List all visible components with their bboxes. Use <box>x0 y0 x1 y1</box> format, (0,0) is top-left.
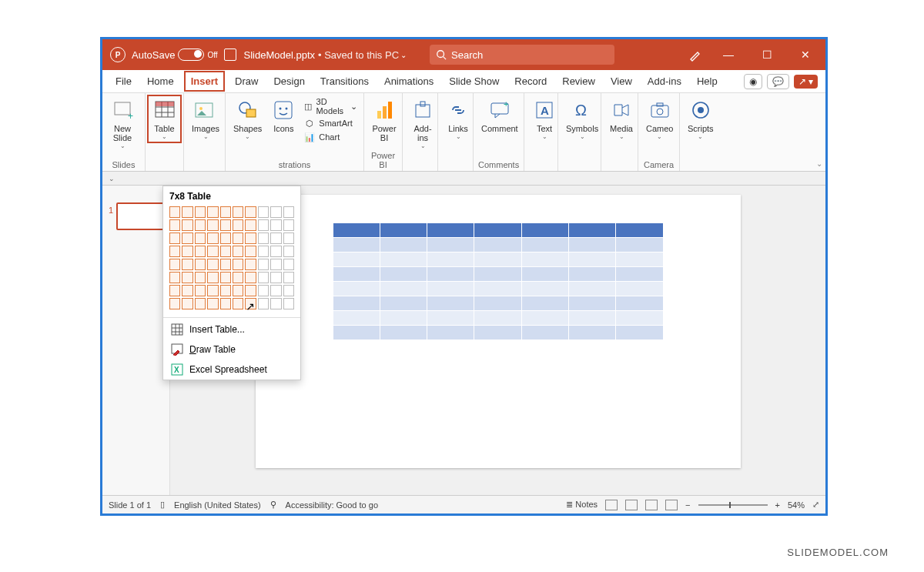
grid-cell[interactable] <box>245 298 256 309</box>
grid-cell[interactable] <box>220 206 231 218</box>
grid-cell[interactable] <box>270 285 281 296</box>
grid-cell[interactable] <box>195 285 206 296</box>
toggle-icon[interactable] <box>178 49 204 61</box>
normal-view-button[interactable] <box>605 500 618 510</box>
grid-cell[interactable] <box>245 259 256 270</box>
grid-cell[interactable] <box>220 285 231 296</box>
grid-cell[interactable] <box>182 272 192 283</box>
shapes-button[interactable]: Shapes⌄ <box>230 96 265 142</box>
grid-cell[interactable] <box>182 259 192 270</box>
grid-cell[interactable] <box>258 246 269 257</box>
grid-cell[interactable] <box>233 298 243 309</box>
tab-draw[interactable]: Draw <box>229 72 263 90</box>
grid-cell[interactable] <box>258 259 269 270</box>
grid-cell[interactable] <box>258 298 269 309</box>
grid-cell[interactable] <box>258 272 269 283</box>
autosave-toggle[interactable]: AutoSave Off <box>132 49 218 61</box>
save-icon[interactable] <box>224 49 236 61</box>
grid-cell[interactable] <box>220 246 231 257</box>
grid-cell[interactable] <box>207 285 218 296</box>
maximize-button[interactable]: ☐ <box>755 49 779 61</box>
grid-cell[interactable] <box>195 259 206 270</box>
notes-button[interactable]: ≣ Notes <box>566 500 598 510</box>
grid-cell[interactable] <box>220 219 231 231</box>
grid-cell[interactable] <box>220 232 231 244</box>
grid-cell[interactable] <box>270 232 281 244</box>
grid-cell[interactable] <box>182 285 192 296</box>
close-button[interactable]: ✕ <box>793 49 818 61</box>
grid-cell[interactable] <box>233 206 243 218</box>
grid-cell[interactable] <box>195 298 206 309</box>
addins-button[interactable]: Add-ins⌄ <box>407 96 438 151</box>
filename[interactable]: SlideModel.pptx <box>244 49 316 61</box>
record-button[interactable]: ◉ <box>744 74 762 89</box>
draw-brush-icon[interactable] <box>688 48 702 62</box>
grid-cell[interactable] <box>258 285 269 296</box>
grid-cell[interactable] <box>283 219 294 231</box>
grid-cell[interactable] <box>182 232 192 244</box>
chart-button[interactable]: 📊Chart <box>302 130 359 144</box>
zoom-value[interactable]: 54% <box>788 500 805 510</box>
symbols-button[interactable]: Ω Symbols⌄ <box>563 96 601 142</box>
zoom-in-button[interactable]: + <box>775 500 780 510</box>
grid-cell[interactable] <box>195 219 206 231</box>
fit-to-window-button[interactable]: ⤢ <box>812 500 819 510</box>
comments-button[interactable]: 💬 <box>767 74 789 89</box>
draw-table-menuitem[interactable]: Draw Table <box>163 340 300 360</box>
tab-review[interactable]: Review <box>557 72 601 90</box>
media-button[interactable]: Media⌄ <box>606 96 637 142</box>
grid-cell[interactable] <box>258 206 269 218</box>
new-slide-button[interactable]: + NewSlide⌄ <box>107 96 138 151</box>
grid-cell[interactable] <box>270 219 281 231</box>
grid-cell[interactable] <box>182 246 192 257</box>
grid-cell[interactable] <box>207 219 218 231</box>
icons-button[interactable]: Icons <box>268 96 299 135</box>
table-button[interactable]: Table⌄ <box>147 95 182 143</box>
grid-cell[interactable] <box>220 259 231 270</box>
grid-cell[interactable] <box>195 206 206 218</box>
search-input[interactable]: Search <box>430 45 614 65</box>
tab-insert[interactable]: Insert <box>184 71 225 92</box>
tab-animations[interactable]: Animations <box>379 72 439 90</box>
tab-record[interactable]: Record <box>509 72 552 90</box>
grid-cell[interactable] <box>283 272 294 283</box>
scripts-button[interactable]: Scripts⌄ <box>685 96 717 142</box>
powerbi-button[interactable]: PowerBI <box>369 96 400 144</box>
grid-cell[interactable] <box>245 232 256 244</box>
grid-cell[interactable] <box>220 272 231 283</box>
reading-view-button[interactable] <box>645 500 658 510</box>
grid-cell[interactable] <box>207 298 218 309</box>
grid-cell[interactable] <box>169 272 180 283</box>
tab-transitions[interactable]: Transitions <box>315 72 374 90</box>
links-button[interactable]: Links⌄ <box>443 96 474 142</box>
comment-button[interactable]: + Comment <box>478 96 521 135</box>
grid-cell[interactable] <box>195 232 206 244</box>
grid-cell[interactable] <box>169 232 180 244</box>
tab-help[interactable]: Help <box>691 72 723 90</box>
grid-cell[interactable] <box>245 206 256 218</box>
zoom-out-button[interactable]: − <box>685 500 690 510</box>
grid-cell[interactable] <box>245 285 256 296</box>
tab-view[interactable]: View <box>605 72 638 90</box>
grid-cell[interactable] <box>182 298 192 309</box>
grid-cell[interactable] <box>207 272 218 283</box>
grid-cell[interactable] <box>207 246 218 257</box>
chevron-down-icon[interactable]: ⌄ <box>109 175 115 182</box>
language-label[interactable]: English (United States) <box>174 500 261 510</box>
grid-cell[interactable] <box>233 219 243 231</box>
grid-cell[interactable] <box>270 206 281 218</box>
grid-cell[interactable] <box>283 298 294 309</box>
images-button[interactable]: Images⌄ <box>189 96 223 142</box>
excel-spreadsheet-menuitem[interactable]: X Excel Spreadsheet <box>163 360 300 380</box>
smartart-button[interactable]: ⬡SmartArt <box>302 116 359 130</box>
tab-design[interactable]: Design <box>268 72 310 90</box>
grid-cell[interactable] <box>258 219 269 231</box>
grid-cell[interactable] <box>220 298 231 309</box>
slide-sorter-button[interactable] <box>625 500 638 510</box>
grid-cell[interactable] <box>169 298 180 309</box>
grid-cell[interactable] <box>233 285 243 296</box>
grid-cell[interactable] <box>233 272 243 283</box>
grid-cell[interactable] <box>169 206 180 218</box>
grid-cell[interactable] <box>233 232 243 244</box>
3d-models-button[interactable]: ◫3D Models ⌄ <box>302 96 359 116</box>
